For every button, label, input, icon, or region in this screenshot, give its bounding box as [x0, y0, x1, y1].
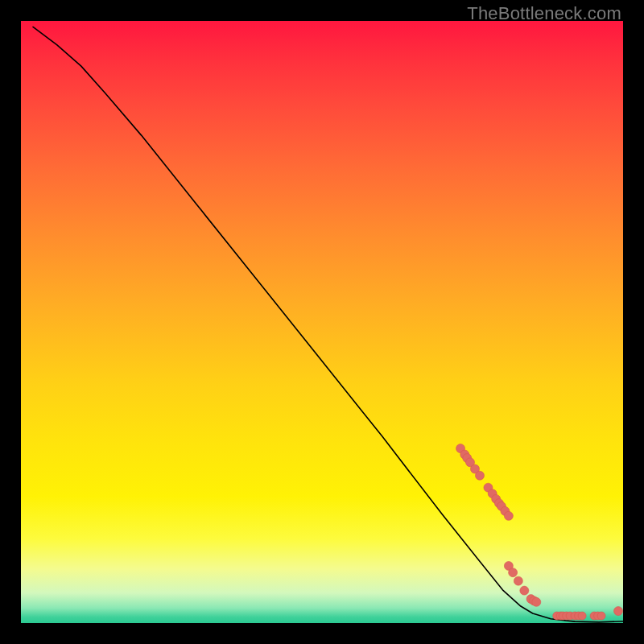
curve-line	[33, 27, 623, 621]
svg-point-5	[475, 471, 484, 480]
svg-point-14	[509, 568, 518, 577]
svg-point-31	[614, 607, 623, 616]
chart-svg	[21, 21, 623, 623]
plot-area	[21, 21, 623, 623]
svg-point-19	[532, 597, 541, 606]
data-markers	[456, 444, 623, 620]
svg-point-15	[514, 576, 522, 585]
svg-point-30	[597, 612, 605, 620]
svg-point-12	[504, 511, 513, 520]
svg-point-27	[578, 612, 586, 620]
svg-point-16	[520, 586, 529, 595]
chart-container: TheBottleneck.com	[0, 0, 644, 644]
